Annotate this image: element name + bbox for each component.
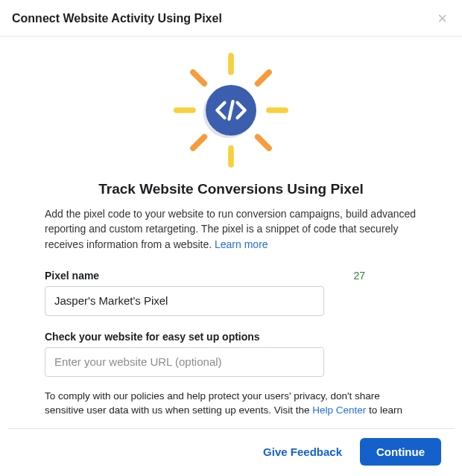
pixel-name-counter: 27 (353, 270, 417, 282)
pixel-code-sun-icon (168, 47, 294, 174)
hero-illustration (45, 37, 417, 181)
website-url-label: Check your website for easy set up optio… (45, 331, 417, 343)
website-url-input[interactable] (45, 347, 324, 377)
pixel-name-label-row: Pixel name 27 (45, 270, 417, 282)
website-url-input-wrap (45, 347, 324, 377)
svg-line-7 (258, 137, 269, 148)
close-button[interactable]: × (434, 10, 450, 27)
pixel-name-label: Pixel name (45, 270, 99, 282)
svg-line-5 (258, 72, 269, 83)
dialog-body: Track Website Conversions Using Pixel Ad… (0, 37, 462, 421)
policy-text: To comply with our policies and help pro… (45, 389, 417, 421)
close-icon: × (437, 9, 447, 28)
continue-button[interactable]: Continue (360, 438, 441, 466)
pixel-setup-dialog: Connect Website Activity Using Pixel × (0, 0, 462, 476)
dialog-title: Connect Website Activity Using Pixel (12, 12, 222, 25)
help-center-link[interactable]: Help Center (312, 404, 366, 416)
learn-more-link[interactable]: Learn more (215, 238, 268, 250)
svg-line-4 (193, 72, 204, 83)
pixel-name-input[interactable] (45, 286, 324, 316)
dialog-footer: Give Feedback Continue (7, 428, 455, 476)
intro-text: Add the pixel code to your website to ru… (45, 206, 417, 252)
svg-line-6 (193, 137, 204, 148)
pixel-name-input-wrap (45, 286, 324, 316)
main-title: Track Website Conversions Using Pixel (45, 181, 417, 197)
dialog-header: Connect Website Activity Using Pixel × (0, 0, 462, 37)
give-feedback-button[interactable]: Give Feedback (253, 438, 352, 466)
